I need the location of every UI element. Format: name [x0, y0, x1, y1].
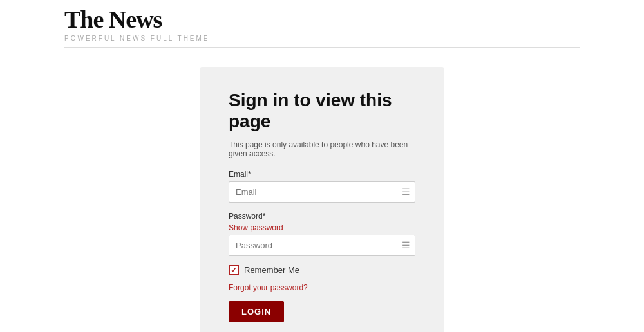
site-title: The News	[64, 6, 580, 33]
site-tagline: POWERFUL NEWS FULL THEME	[64, 35, 580, 42]
remember-me-checkbox[interactable]	[229, 265, 239, 275]
password-input-wrapper: ☰	[229, 235, 415, 256]
show-password-link[interactable]: Show password	[229, 223, 415, 232]
password-form-group: Password* Show password ☰	[229, 212, 415, 256]
password-input[interactable]	[229, 235, 415, 256]
password-label: Password*	[229, 212, 415, 221]
email-label: Email*	[229, 170, 415, 179]
email-input[interactable]	[229, 181, 415, 203]
login-description: This page is only available to people wh…	[229, 140, 415, 158]
email-icon: ☰	[402, 187, 410, 197]
login-heading: Sign in to view this page	[229, 89, 415, 133]
remember-me-row: Remember Me	[229, 265, 415, 275]
email-input-wrapper: ☰	[229, 181, 415, 203]
header: The News POWERFUL NEWS FULL THEME	[0, 0, 644, 42]
login-button[interactable]: LOGIN	[229, 301, 284, 322]
remember-me-label: Remember Me	[244, 265, 299, 275]
login-card: Sign in to view this page This page is o…	[200, 67, 444, 332]
email-form-group: Email* ☰	[229, 170, 415, 203]
forgot-password-link[interactable]: Forgot your password?	[229, 283, 415, 292]
password-icon: ☰	[402, 240, 410, 250]
main-content: Sign in to view this page This page is o…	[0, 48, 644, 332]
